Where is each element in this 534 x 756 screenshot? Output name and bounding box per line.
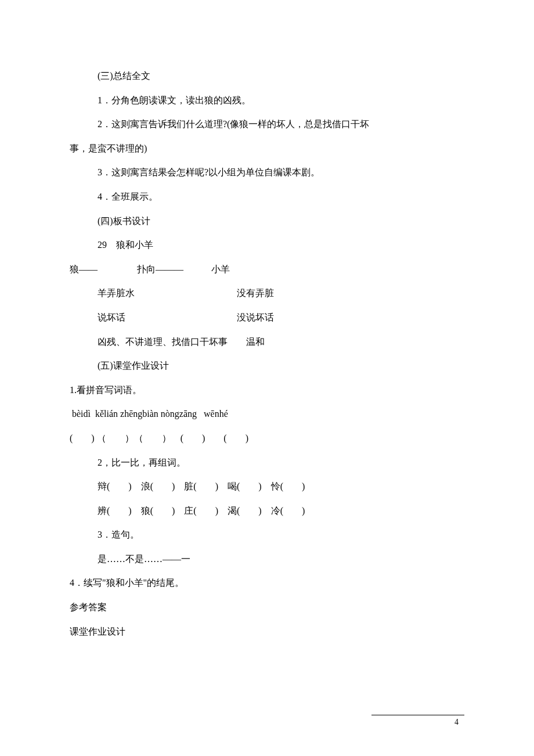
footer-rule — [371, 715, 464, 715]
page-number: 4 — [454, 718, 459, 727]
answer-heading: 参考答案 — [70, 595, 464, 620]
body-text: 29 狼和小羊 — [70, 233, 464, 257]
word-row: 辩( ) 浪( ) 脏( ) 喝( ) 怜( ) — [70, 474, 464, 499]
body-text: 凶残、不讲道理、找借口干坏事 温和 — [70, 330, 464, 354]
exercise-4-title: 4．续写"狼和小羊"的结尾。 — [70, 571, 464, 595]
document-page: (三)总结全文 1．分角色朗读课文，读出狼的凶残。 2．这则寓言告诉我们什么道理… — [0, 0, 534, 678]
body-text: 狼—— 扑向——— 小羊 — [70, 257, 464, 282]
body-text: 羊弄脏水 没有弄脏 — [70, 281, 464, 305]
body-text: 说坏话 没说坏话 — [70, 305, 464, 330]
exercise-2-title: 2，比一比，再组词。 — [70, 451, 464, 475]
body-text: 3．这则寓言结果会怎样呢?以小组为单位自编课本剧。 — [70, 160, 464, 185]
word-row: 辨( ) 狼( ) 庄( ) 渴( ) 冷( ) — [70, 499, 464, 523]
pinyin-row: bèidì kělián zhēngbiàn nòngzāng wēnhé — [70, 402, 464, 426]
body-text: 是……不是……——一 — [70, 547, 464, 571]
body-text: 4．全班展示。 — [70, 185, 464, 209]
heading-section-3: (三)总结全文 — [70, 64, 464, 88]
body-text: 1．分角色朗读课文，读出狼的凶残。 — [70, 88, 464, 113]
exercise-3-title: 3．造句。 — [70, 523, 464, 547]
body-text: 2．这则寓言告诉我们什么道理?(像狼一样的坏人，总是找借口干坏 — [70, 112, 464, 136]
heading-section-4: (四)板书设计 — [70, 209, 464, 233]
blank-row: ( ) （ ）（ ） ( ) ( ) — [70, 426, 464, 451]
exercise-1-title: 1.看拼音写词语。 — [70, 378, 464, 402]
heading-section-5: (五)课堂作业设计 — [70, 354, 464, 378]
answer-subheading: 课堂作业设计 — [70, 620, 464, 644]
body-text: 事，是蛮不讲理的) — [70, 136, 464, 161]
